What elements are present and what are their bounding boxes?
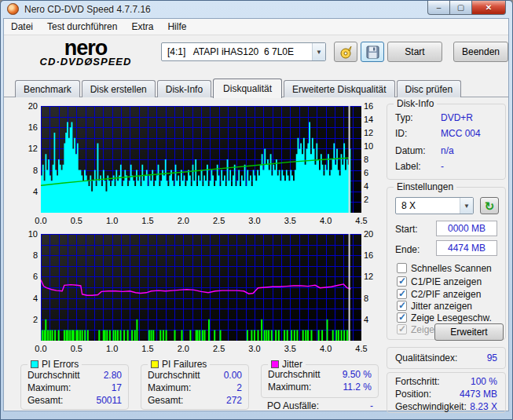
disk-date-value: n/a xyxy=(441,145,454,156)
jitter-stats-group: Jitter Durchschnitt9.50 % Maximum:11.2 % xyxy=(261,364,379,398)
drive-select[interactable]: [4:1] ATAPI iHAS120 6 7L0E ▼ xyxy=(161,42,326,61)
position-value: 4473 MB xyxy=(460,389,497,400)
window-title: Nero CD-DVD Speed 4.7.7.16 xyxy=(24,4,151,15)
stat-value: 50011 xyxy=(97,395,122,407)
checkbox-c1-pie[interactable]: C1/PIE anzeigen xyxy=(397,276,482,287)
stat-label: Gesamt: xyxy=(27,395,63,407)
eject-disc-icon xyxy=(339,45,353,59)
chevron-down-icon[interactable]: ▼ xyxy=(460,198,473,214)
read-speed-right-axis: 246810121416 xyxy=(364,100,383,230)
jitter-plot xyxy=(41,234,361,341)
tab-disk-info[interactable]: Disk-Info xyxy=(157,80,211,97)
quit-button[interactable]: Beenden xyxy=(453,42,508,62)
stat-value: 2 xyxy=(236,382,242,395)
jitter-x-axis: 0.00.51.01.52.02.53.03.54.04.5 xyxy=(17,343,383,356)
checkbox-icon xyxy=(397,289,407,299)
pi-errors-legend: PI Errors xyxy=(27,359,82,370)
checkbox-c2-pif[interactable]: C2/PIF anzeigen xyxy=(397,288,481,300)
save-icon xyxy=(366,46,379,59)
disk-type-label: Typ: xyxy=(395,112,441,123)
minimize-button[interactable]: – xyxy=(427,1,450,15)
chevron-down-icon[interactable]: ▼ xyxy=(312,43,325,60)
quality-index-label: Qualitätsindex: xyxy=(395,352,457,363)
disk-id-label: ID: xyxy=(395,128,441,139)
stat-value: 11.2 % xyxy=(343,382,372,394)
stat-value: 2.80 xyxy=(104,370,122,382)
settings-group: Einstellungen 8 X ▼ ↻ Start: 0000 MB End… xyxy=(387,187,506,340)
position-label: Position: xyxy=(395,389,431,400)
disk-type-value: DVD+R xyxy=(441,112,473,123)
stat-value: 0.00 xyxy=(224,370,242,382)
eject-disc-button[interactable] xyxy=(334,42,357,62)
start-position-field[interactable]: 0000 MB xyxy=(436,221,497,236)
checkbox-icon xyxy=(397,324,407,334)
checkbox-jitter[interactable]: Jitter anzeigen xyxy=(397,300,472,312)
tab-disk-erstellen[interactable]: Disk erstellen xyxy=(82,80,156,97)
checkbox-icon xyxy=(397,276,407,287)
po-failures-label: PO Ausfälle: xyxy=(267,400,319,413)
speed-label: Geschwindigkeit: xyxy=(395,401,467,412)
refresh-button[interactable]: ↻ xyxy=(480,197,499,214)
stat-value: 9.50 % xyxy=(343,369,372,382)
pi-failures-stats-group: PI Failures Durchschnitt0.00 Maximum:2 G… xyxy=(141,364,249,410)
tab-disc-pruefen[interactable]: Disc prüfen xyxy=(397,80,462,97)
speed-select[interactable]: 8 X ▼ xyxy=(395,197,474,214)
menu-hilfe[interactable]: Hilfe xyxy=(160,19,193,35)
checkbox-icon xyxy=(397,301,407,311)
speed-select-value: 8 X xyxy=(396,200,460,211)
menu-extra[interactable]: Extra xyxy=(124,19,160,35)
menu-datei[interactable]: Datei xyxy=(4,19,40,35)
progress-label: Fortschritt: xyxy=(395,376,440,387)
client-area: Datei Test durchführen Extra Hilfe nero … xyxy=(3,18,509,411)
stat-label: Gesamt: xyxy=(148,395,183,407)
disc-glyph: Ø xyxy=(84,56,93,68)
start-position-label: Start: xyxy=(395,224,441,235)
checkbox-icon xyxy=(397,312,407,323)
jitter-legend: Jitter xyxy=(268,359,306,370)
cddvdspeed-logo-text: CD·DVDØSPEED xyxy=(23,56,148,68)
stat-label: Maximum: xyxy=(148,382,191,395)
end-position-field[interactable]: 4474 MB xyxy=(436,240,497,256)
menu-test-durchfuehren[interactable]: Test durchführen xyxy=(40,19,124,35)
checkbox-icon xyxy=(397,263,407,273)
settings-title: Einstellungen xyxy=(394,181,456,192)
pi-failures-left-axis: 246810 xyxy=(17,228,38,358)
tab-benchmark[interactable]: Benchmark xyxy=(15,80,80,97)
app-icon xyxy=(7,3,19,15)
title-bar[interactable]: Nero CD-DVD Speed 4.7.7.16 – ▢ ✕ xyxy=(1,1,512,18)
pi-errors-x-axis: 0.00.51.01.52.02.53.03.54.04.5 xyxy=(17,215,383,228)
stat-label: Maximum: xyxy=(27,382,71,395)
pi-failures-color-swatch xyxy=(151,360,159,368)
toolbar: nero CD·DVDØSPEED [4:1] ATAPI iHAS120 6 … xyxy=(4,36,508,75)
jitter-color-swatch xyxy=(271,360,279,368)
advanced-button[interactable]: Erweitert xyxy=(434,323,504,341)
jitter-right-axis: 48121620 xyxy=(364,228,383,358)
checkbox-schnelles-scannen[interactable]: Schnelles Scannen xyxy=(397,262,492,274)
pi-errors-left-axis: 48121620 xyxy=(17,100,38,230)
disk-label-value: - xyxy=(441,161,444,172)
progress-value: 100 % xyxy=(471,376,497,387)
quality-index-value: 95 xyxy=(487,352,497,363)
end-position-label: Ende: xyxy=(395,244,441,255)
speed-value: 8.23 X xyxy=(470,401,497,412)
start-button[interactable]: Start xyxy=(387,42,442,62)
tab-diskqualitaet[interactable]: Diskqualität xyxy=(213,79,282,98)
quality-index-group: Qualitätsindex:95 xyxy=(387,347,506,369)
tab-erweiterte-diskqualitaet[interactable]: Erweiterte Diskqualität xyxy=(284,80,394,97)
save-button[interactable] xyxy=(361,42,384,62)
disk-info-group: Disk-Info Typ:DVD+R ID:MCC 004 Datum:n/a… xyxy=(387,104,506,180)
stat-label: Durchschnitt xyxy=(268,369,321,382)
pi-errors-color-swatch xyxy=(31,360,38,368)
maximize-button[interactable]: ▢ xyxy=(450,1,471,15)
tab-strip: Benchmark Disk erstellen Disk-Info Diskq… xyxy=(15,79,508,97)
pi-errors-plot xyxy=(41,106,361,213)
stat-label: Maximum: xyxy=(268,382,311,394)
checkbox-zeige-lesegeschw[interactable]: Zeige Lesegeschw. xyxy=(397,312,492,323)
pi-errors-stats-group: PI Errors Durchschnitt2.80 Maximum:17 Ge… xyxy=(20,364,129,410)
pi-failures-legend: PI Failures xyxy=(148,359,210,370)
drive-select-value: [4:1] ATAPI iHAS120 6 7L0E xyxy=(162,46,312,57)
pi-errors-chart: 48121620 246810121416 0.00.51.01.52.02.5… xyxy=(17,100,383,230)
po-failures-value: - xyxy=(370,400,373,413)
disk-date-label: Datum: xyxy=(395,145,441,156)
close-button[interactable]: ✕ xyxy=(471,1,506,15)
